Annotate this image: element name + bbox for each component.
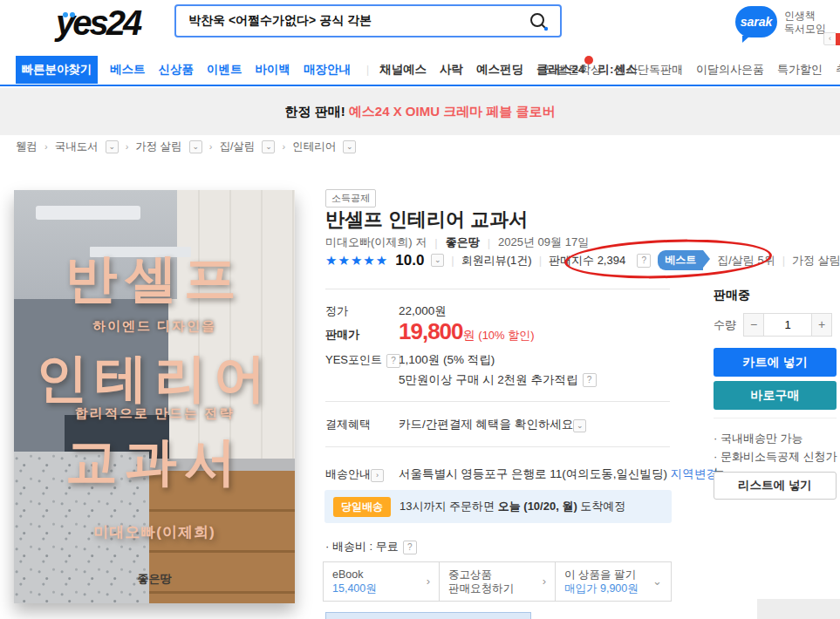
chevron-right-icon[interactable]: › (371, 469, 384, 482)
help-icon[interactable]: ? (583, 373, 597, 387)
banner-highlight: 예스24 X OIMU 크레마 페블 클로버 (349, 104, 556, 119)
divider-line (325, 289, 670, 289)
clipped-red-element (836, 33, 840, 45)
chevron-down-icon[interactable]: ⌄ (106, 140, 119, 153)
shipping-fee: · 배송비 : 무료? (325, 539, 417, 554)
rating-row: ★★★★★ 10.0 ⌄ | 회원리뷰(1건) | 판매지수 2,394 ? 베… (325, 250, 840, 270)
buyback-price: 매입가 9,900원 (564, 582, 662, 595)
nav-item-new[interactable]: 신상품 (159, 62, 195, 78)
add-to-list-button[interactable]: 리스트에 넣기 (714, 472, 837, 500)
promo-banner[interactable]: 한정 판매! 예스24 X OIMU 크레마 페블 클로버 (0, 88, 840, 135)
quantity-input[interactable] (764, 313, 811, 337)
rating-score: 10.0 (395, 252, 424, 269)
sale-status: 판매중 (714, 288, 750, 303)
nav-item-best[interactable]: 베스트 (110, 62, 146, 78)
nav-item-exclusive[interactable]: 예사단독판매 (615, 62, 683, 78)
nav-item-nobel[interactable]: 노벨문학상 (545, 62, 602, 78)
cover-subtitle-1: 하이엔드 디자인을 (14, 318, 295, 335)
quantity-plus-button[interactable]: + (811, 313, 832, 337)
chevron-down-icon[interactable]: ⌄ (431, 254, 444, 267)
sarak-logo[interactable]: sarak (735, 6, 777, 37)
breadcrumb-welcome[interactable]: 웰컴 (16, 139, 38, 154)
domestic-shipping-note: · 국내배송만 가능 (714, 431, 803, 446)
nav-item-yesfunding[interactable]: 예스펀딩 (476, 62, 523, 78)
sarak-tagline: 인생책 독서모임 (784, 10, 826, 36)
add-to-cart-button[interactable]: 카트에 넣기 (714, 348, 837, 377)
search-icon[interactable] (529, 11, 550, 32)
nav-item-monthly-gift[interactable]: 이달의사은품 (696, 62, 764, 78)
breadcrumb-separator: › (126, 141, 129, 152)
tax-deduction-badge: 소득공제 (325, 189, 376, 207)
nav-divider: | (366, 64, 369, 76)
used-book-box[interactable]: 중고상품 판매요청하기 › (440, 562, 556, 601)
chevron-down-icon[interactable]: ⌄ (189, 140, 202, 153)
banner-prefix: 한정 판매! (284, 104, 345, 119)
clipped-gray-box (757, 599, 840, 619)
best-rank[interactable]: 집/살림 5위 (717, 253, 775, 269)
main-nav: 빠른분야찾기 베스트 신상품 이벤트 바이백 매장안내 | 채널예스 사락 예스… (0, 54, 840, 85)
arrival-date: 오늘 (10/20, 월) (498, 500, 577, 513)
sale-price-value: 19,800원 (10% 할인) (399, 318, 535, 345)
review-count-link[interactable]: 회원리뷰(1건) (461, 253, 532, 269)
list-price-label: 정가 (325, 303, 348, 319)
breadcrumb-home-living[interactable]: 가정 살림 (135, 139, 181, 154)
search-input[interactable] (188, 6, 520, 36)
nav-item-event[interactable]: 이벤트 (207, 62, 242, 78)
quantity-stepper: − + (743, 313, 832, 337)
yes-point-extra: 5만원이상 구매 시 2천원 추가적립? (399, 372, 597, 388)
divider-line (325, 446, 670, 447)
top100-duration: 가정 살림 top100 1주 (792, 253, 840, 269)
nav-item-recommended[interactable]: 추천도서 (836, 62, 840, 78)
nav-item-stores[interactable]: 매장안내 (304, 62, 351, 78)
book-cover-image[interactable]: 반셀프 하이엔드 디자인을 인테리어 합리적으로 만드는 전략 교과서 미대오빠… (14, 190, 295, 603)
discount-rate: (10% 할인) (478, 329, 534, 342)
cover-title-line3: 교과서 (14, 427, 295, 498)
list-price-value: 22,000원 (399, 303, 447, 319)
chevron-right-icon: › (427, 575, 430, 588)
breadcrumb-house-living[interactable]: 집/살림 (220, 139, 256, 154)
cover-publisher-logo: 좋은땅 (14, 571, 295, 587)
help-icon[interactable]: ? (637, 254, 651, 268)
buy-now-button[interactable]: 바로구매 (714, 381, 837, 410)
quick-category-button[interactable]: 빠른분야찾기 (16, 56, 98, 84)
cross-sell-row: eBook 15,400원 › 중고상품 판매요청하기 › 이 상품을 팔기 매… (323, 561, 672, 602)
breadcrumb-domestic-books[interactable]: 국내도서 (55, 139, 99, 154)
sell-this-item-box[interactable]: 이 상품을 팔기 매입가 9,900원 ⌄ (556, 562, 671, 601)
change-region-link[interactable]: 지역변경 (671, 467, 718, 480)
chevron-down-icon[interactable]: ⌄ (262, 140, 275, 153)
nav-item-channelyes[interactable]: 채널예스 (379, 62, 427, 78)
yes24-logo-umlaut (63, 5, 77, 10)
sidebar-divider (714, 418, 837, 418)
breadcrumb-separator: › (209, 141, 213, 152)
publication-date: 2025년 09월 17일 (498, 235, 589, 250)
breadcrumb: 웰컴 › 국내도서 ⌄ › 가정 살림 ⌄ › 집/살림 ⌄ › 인테리어 ⌄ (16, 138, 356, 155)
best-badge: 베스트 (658, 250, 703, 270)
divider-line (325, 401, 670, 402)
yes-point-label: YES포인트? (325, 352, 400, 368)
search-box (174, 4, 562, 37)
quantity-label: 수량 (714, 317, 736, 333)
sales-index: 판매지수 2,394 (549, 253, 625, 269)
breadcrumb-separator: › (282, 141, 285, 152)
chevron-down-icon[interactable]: ⌄ (573, 419, 586, 432)
chevron-right-icon: › (543, 575, 546, 588)
breadcrumb-interior[interactable]: 인테리어 (292, 139, 336, 154)
collapse-arrow-button[interactable]: ‹ (823, 32, 837, 45)
chevron-down-icon: ⌄ (652, 575, 662, 588)
quantity-minus-button[interactable]: − (743, 313, 764, 337)
cover-subtitle-2: 합리적으로 만드는 전략 (14, 405, 295, 422)
help-icon[interactable]: ? (403, 541, 417, 554)
ebook-box[interactable]: eBook 15,400원 › (324, 562, 440, 601)
author-link[interactable]: 미대오빠(이제희) 저 (325, 235, 427, 250)
cover-author: 미대오빠(이제희) (14, 522, 295, 542)
star-rating-icon: ★★★★★ (325, 253, 388, 269)
publisher-link[interactable]: 좋은땅 (446, 235, 480, 250)
nav-item-buyback[interactable]: 바이백 (256, 62, 291, 78)
nav-item-sarak[interactable]: 사락 (440, 62, 463, 78)
nav-underline (0, 85, 840, 86)
cover-title-line1: 반셀프 (14, 244, 295, 315)
cover-photo-layer (36, 206, 140, 220)
yes24-product-page: yes24 sarak 인생책 독서모임 ‹ 빠른분야찾기 베스트 신상품 이벤… (0, 0, 840, 619)
nav-item-special-discount[interactable]: 특가할인 (777, 62, 823, 78)
chevron-down-icon[interactable]: ⌄ (343, 140, 356, 153)
